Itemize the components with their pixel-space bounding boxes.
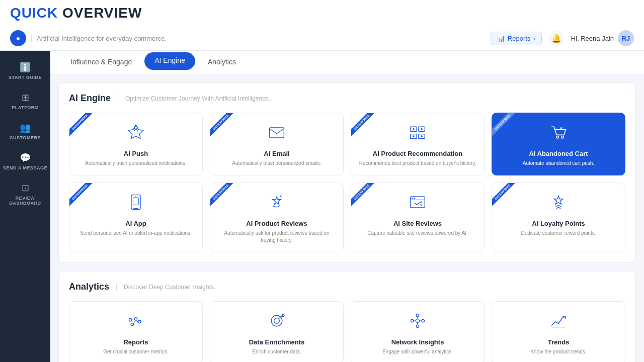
card-ai-loyalty-points[interactable]: AI Loyalty Points Dedicate customer rewa… — [492, 183, 625, 252]
top-banner: QUICK OVERVIEW — [0, 0, 644, 26]
title-overview: OVERVIEW — [58, 5, 142, 21]
sidebar-item-send-message[interactable]: 💬 SEND A MESSAGE — [0, 146, 50, 176]
enterprise-ribbon — [492, 183, 520, 211]
svg-line-30 — [133, 321, 136, 324]
card-network-insights[interactable]: Network Insights Engage with powerful an… — [351, 301, 485, 362]
svg-point-9 — [421, 135, 423, 137]
card-desc: Dedicate customer reward points. — [521, 230, 596, 237]
card-desc: Automate abandoned cart push. — [523, 160, 594, 167]
notifications-button[interactable]: 🔔 — [549, 31, 564, 46]
enterprise-ribbon — [210, 183, 238, 211]
loyalty-icon — [549, 193, 568, 215]
card-desc: Automatically ask for product reviews ba… — [217, 230, 336, 244]
analytics-section: Analytics Discover Deep Customer Insight… — [58, 271, 636, 362]
tab-ai-engine[interactable]: AI Engine — [144, 52, 195, 70]
card-trends[interactable]: Trends Know the product trends. — [492, 301, 625, 362]
card-title: AI Email — [264, 150, 289, 157]
sub-header: ● Artificial Intelligence for everyday c… — [0, 26, 644, 51]
reports-icon: 📊 — [497, 35, 505, 42]
push-icon — [127, 123, 145, 145]
svg-point-6 — [413, 128, 415, 130]
card-title: AI Loyalty Points — [532, 220, 585, 227]
user-greeting: Hi, Reena Jain — [571, 35, 614, 42]
sidebar: ℹ️ START GUIDE ⊞ PLATFORM 👥 CUSTOMERS 💬 … — [0, 51, 50, 362]
tabs-bar: Influence & Engage AI Engine Analytics — [50, 51, 644, 74]
info-icon: ℹ️ — [20, 62, 31, 73]
analytics-cards: Reports Get crucial customer metrics. — [69, 301, 625, 362]
card-ai-app[interactable]: AI App Send personalized AI enabled in-a… — [69, 183, 203, 252]
card-ai-email[interactable]: AI Email Automatically blast personalize… — [210, 113, 344, 175]
card-title: AI Site Reviews — [393, 220, 442, 227]
sidebar-item-review-dashboard[interactable]: ⊡ REVIEW DASHBOARD — [0, 176, 50, 212]
ai-engine-section: AI Engine Optimize Customer Journey With… — [58, 82, 636, 263]
main-layout: ℹ️ START GUIDE ⊞ PLATFORM 👥 CUSTOMERS 💬 … — [0, 51, 644, 362]
card-title: AI Push — [124, 150, 148, 157]
svg-point-32 — [274, 318, 280, 324]
svg-rect-14 — [133, 198, 139, 205]
svg-point-25 — [138, 320, 141, 323]
card-ai-product-reviews[interactable]: AI Product Reviews Automatically ask for… — [210, 183, 344, 252]
svg-point-34 — [416, 319, 419, 322]
sidebar-item-label: CUSTOMERS — [10, 135, 41, 140]
card-ai-product-recommendation[interactable]: AI Product Recommendation Recommends bes… — [351, 113, 485, 175]
content-area: Influence & Engage AI Engine Analytics A… — [50, 51, 644, 362]
card-desc: Capture valuable site reviews powered by… — [367, 230, 468, 237]
email-icon — [268, 123, 286, 145]
svg-rect-1 — [270, 128, 284, 138]
svg-point-24 — [134, 318, 137, 320]
reports-button[interactable]: 📊 Reports › — [491, 32, 542, 45]
svg-point-7 — [421, 128, 423, 130]
customers-icon: 👥 — [20, 122, 31, 133]
svg-point-16 — [273, 206, 275, 208]
sidebar-item-label: START GUIDE — [9, 75, 42, 80]
card-ai-site-reviews[interactable]: AI Site Reviews Capture valuable site re… — [351, 183, 485, 252]
message-icon: 💬 — [20, 152, 31, 163]
svg-point-35 — [411, 319, 414, 322]
svg-point-37 — [416, 314, 419, 317]
reports-card-icon — [127, 312, 145, 333]
sidebar-item-platform[interactable]: ⊞ PLATFORM — [0, 86, 50, 116]
user-info: Hi, Reena Jain RJ — [571, 30, 634, 46]
card-title: AI App — [125, 220, 146, 227]
reviews-icon — [268, 193, 286, 215]
ai-engine-subtitle: Optimize Customer Journey With Artificia… — [118, 95, 270, 102]
sidebar-item-customers[interactable]: 👥 CUSTOMERS — [0, 116, 50, 146]
analytics-title: Analytics — [69, 282, 109, 292]
app-icon — [127, 193, 145, 215]
sidebar-item-label: SEND A MESSAGE — [3, 165, 47, 170]
sub-header-right: 📊 Reports › 🔔 Hi, Reena Jain RJ — [491, 30, 634, 46]
enterprise-ribbon — [69, 113, 98, 141]
card-desc: Know the product trends. — [530, 348, 586, 355]
platform-icon: ⊞ — [22, 92, 29, 103]
card-ai-push[interactable]: AI Push Automatically push personalized … — [69, 113, 203, 175]
tagline: Artificial Intelligence for everyday com… — [31, 35, 167, 42]
user-avatar: RJ — [618, 30, 634, 46]
tab-influence[interactable]: Influence & Engage — [60, 51, 142, 74]
enterprise-ribbon — [210, 113, 238, 141]
analytics-header: Analytics Discover Deep Customer Insight… — [69, 282, 625, 292]
svg-point-22 — [421, 204, 422, 206]
svg-line-27 — [131, 321, 132, 321]
sidebar-item-label: PLATFORM — [12, 105, 38, 110]
card-title: Trends — [548, 338, 570, 346]
card-title: Reports — [123, 338, 148, 346]
sub-header-left: ● Artificial Intelligence for everyday c… — [10, 30, 167, 46]
dashboard-icon: ⊡ — [22, 183, 29, 194]
svg-point-21 — [421, 202, 422, 203]
user-initials: RJ — [622, 35, 630, 42]
card-desc: Send personalized AI enabled in-app noti… — [80, 230, 192, 237]
site-reviews-icon — [409, 193, 427, 215]
chevron-right-icon: › — [533, 35, 535, 42]
card-title: Data Enrichments — [249, 338, 305, 346]
svg-point-36 — [422, 319, 424, 322]
card-reports[interactable]: Reports Get crucial customer metrics. — [69, 301, 203, 362]
enterprise-ribbon — [69, 183, 98, 211]
card-desc: Get crucial customer metrics. — [103, 348, 168, 355]
tab-analytics[interactable]: Analytics — [198, 51, 246, 74]
sidebar-item-start-guide[interactable]: ℹ️ START GUIDE — [0, 56, 50, 86]
card-ai-abandoned-cart[interactable]: AI Abandoned Cart Automate abandoned car… — [492, 113, 625, 175]
card-data-enrichments[interactable]: Data Enrichments Enrich customer data. — [210, 301, 344, 362]
svg-point-19 — [412, 198, 413, 199]
network-icon — [409, 312, 427, 333]
card-title: Network Insights — [391, 338, 444, 346]
